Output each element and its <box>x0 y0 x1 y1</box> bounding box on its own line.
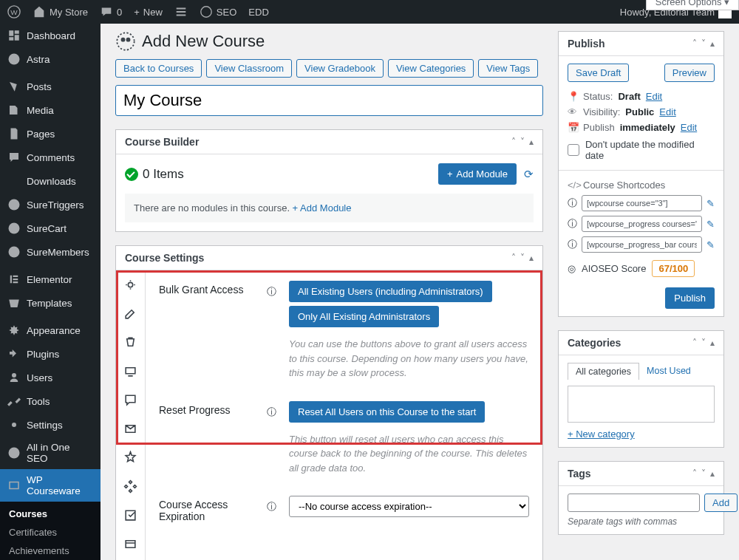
save-draft-button[interactable]: Save Draft <box>568 64 629 82</box>
submenu-courses[interactable]: Courses <box>0 505 101 523</box>
site-link[interactable]: My Store <box>33 5 88 18</box>
add-module-link[interactable]: + Add Module <box>293 202 352 214</box>
preview-button[interactable]: Preview <box>664 64 715 82</box>
sidebar-item-elementor[interactable]: Elementor <box>0 267 101 291</box>
shortcode-2[interactable] <box>582 216 702 232</box>
tab-most-used[interactable]: Most Used <box>639 363 698 380</box>
view-tags-button[interactable]: View Tags <box>478 59 538 78</box>
chevron-up-icon[interactable]: ˄ <box>511 137 516 147</box>
tab-all-categories[interactable]: All categories <box>568 363 639 380</box>
courseware-icon <box>115 31 136 52</box>
add-module-button[interactable]: + Add Module <box>438 163 517 185</box>
grant-admins-button[interactable]: Only All Existing Administrators <box>289 306 439 327</box>
chevron-up-icon[interactable]: ˄ <box>511 253 516 263</box>
sidebar-item-dashboard[interactable]: Dashboard <box>0 24 101 47</box>
categories-title: Categories <box>568 337 692 349</box>
edit-icon[interactable]: ✎ <box>706 239 715 250</box>
svg-point-5 <box>126 38 131 42</box>
caret-up-icon[interactable]: ▴ <box>529 137 534 147</box>
sidebar-item-appearance[interactable]: Appearance <box>0 318 101 342</box>
tab-prerequisites[interactable] <box>116 501 145 530</box>
menu-icon[interactable] <box>174 5 188 18</box>
publish-title: Publish <box>568 38 692 49</box>
edit-schedule-link[interactable]: Edit <box>681 122 697 133</box>
info-icon[interactable]: ⓘ <box>267 401 277 476</box>
comments-link[interactable]: 0 <box>100 5 122 18</box>
view-gradebook-button[interactable]: View Gradebook <box>296 59 384 78</box>
chevron-down-icon[interactable]: ˅ <box>520 137 525 147</box>
caret-up-icon[interactable]: ▴ <box>529 253 534 263</box>
shortcode-1[interactable] <box>582 195 702 211</box>
svg-point-3 <box>117 33 134 49</box>
info-icon[interactable]: ⓘ <box>267 281 277 380</box>
edit-status-link[interactable]: Edit <box>646 91 662 102</box>
view-categories-button[interactable]: View Categories <box>388 59 474 78</box>
course-title-input[interactable] <box>115 85 543 116</box>
shortcode-3[interactable] <box>582 236 702 253</box>
caret-up-icon[interactable]: ▴ <box>710 338 715 348</box>
sidebar-item-pages[interactable]: Pages <box>0 122 101 146</box>
tags-title: Tags <box>568 468 692 479</box>
tab-drip[interactable] <box>116 530 145 559</box>
edd-link[interactable]: EDD <box>248 7 268 18</box>
add-tag-button[interactable]: Add <box>704 494 738 512</box>
new-category-link[interactable]: + New category <box>568 428 635 440</box>
edit-visibility-link[interactable]: Edit <box>659 106 675 117</box>
tab-classroom[interactable] <box>116 357 145 386</box>
submenu-achievements[interactable]: Achievements <box>0 542 101 560</box>
bulk-label: Bulk Grant Access <box>159 281 255 380</box>
reset-progress-button[interactable]: Reset All Users on this Course to the st… <box>289 401 485 423</box>
sidebar-item-surecart[interactable]: SureCart <box>0 216 101 240</box>
caret-up-icon[interactable]: ▴ <box>710 38 715 49</box>
view-classroom-button[interactable]: View Classroom <box>206 59 292 78</box>
sidebar-item-suremembers[interactable]: SureMembers <box>0 240 101 264</box>
tab-email[interactable] <box>116 414 145 443</box>
sidebar-item-settings[interactable]: Settings <box>0 413 101 437</box>
sidebar-item-wp-courseware[interactable]: WP Courseware <box>0 469 101 502</box>
submenu-certificates[interactable]: Certificates <box>0 523 101 542</box>
edit-icon[interactable]: ✎ <box>706 198 715 209</box>
sidebar-item-plugins[interactable]: Plugins <box>0 342 101 366</box>
expiration-select[interactable]: --No course access expiration-- <box>289 496 529 517</box>
chevron-down-icon[interactable]: ˅ <box>701 38 706 49</box>
tab-certificate[interactable] <box>116 443 145 472</box>
new-content[interactable]: + New <box>134 7 163 18</box>
sidebar-item-all-in-one-seo[interactable]: All in One SEO <box>0 437 101 469</box>
sidebar-item-users[interactable]: Users <box>0 366 101 389</box>
edit-icon[interactable]: ✎ <box>706 219 715 230</box>
chevron-up-icon[interactable]: ˄ <box>692 468 697 479</box>
grant-all-users-button[interactable]: All Existing Users (including Administra… <box>289 281 492 302</box>
tab-description[interactable] <box>116 299 145 328</box>
course-settings-box: Course Settings ˄˅▴ Bulk Grant Access ⓘ … <box>115 245 543 560</box>
wp-logo[interactable]: W <box>7 5 21 18</box>
dont-update-checkbox[interactable] <box>568 144 579 156</box>
caret-up-icon[interactable]: ▴ <box>710 468 715 479</box>
sidebar-item-downloads[interactable]: Downloads <box>0 169 101 193</box>
sidebar-item-suretriggers[interactable]: SureTriggers <box>0 193 101 216</box>
info-icon: ⓘ <box>568 197 577 210</box>
sidebar-item-templates[interactable]: Templates <box>0 291 101 315</box>
tab-messages[interactable] <box>116 386 145 414</box>
tags-box: Tags ˄˅▴ Add Separate tags with commas <box>558 461 724 535</box>
seo-link[interactable]: SEO <box>200 5 236 18</box>
sidebar-item-astra[interactable]: Astra <box>0 47 101 71</box>
sidebar-item-posts[interactable]: Posts <box>0 75 101 98</box>
tab-general[interactable] <box>116 270 145 299</box>
sidebar-item-comments[interactable]: Comments <box>0 146 101 169</box>
screen-options-tab[interactable]: Screen Options ▾ <box>646 0 739 10</box>
sidebar-item-media[interactable]: Media <box>0 98 101 122</box>
publish-box: Publish ˄˅▴ Save Draft Preview 📍Status: … <box>558 31 724 317</box>
back-to-courses-button[interactable]: Back to Courses <box>115 59 202 78</box>
chevron-up-icon[interactable]: ˄ <box>692 338 697 348</box>
publish-button[interactable]: Publish <box>665 287 715 309</box>
chevron-down-icon[interactable]: ˅ <box>701 468 706 479</box>
info-icon[interactable]: ⓘ <box>267 496 277 522</box>
refresh-icon[interactable]: ⟳ <box>524 168 534 181</box>
chevron-down-icon[interactable]: ˅ <box>520 253 525 263</box>
sidebar-item-tools[interactable]: Tools <box>0 389 101 413</box>
chevron-up-icon[interactable]: ˄ <box>692 38 697 49</box>
chevron-down-icon[interactable]: ˅ <box>701 338 706 348</box>
tags-input[interactable] <box>568 494 700 512</box>
tab-badge[interactable] <box>116 472 145 501</box>
tab-payments[interactable] <box>116 328 145 357</box>
